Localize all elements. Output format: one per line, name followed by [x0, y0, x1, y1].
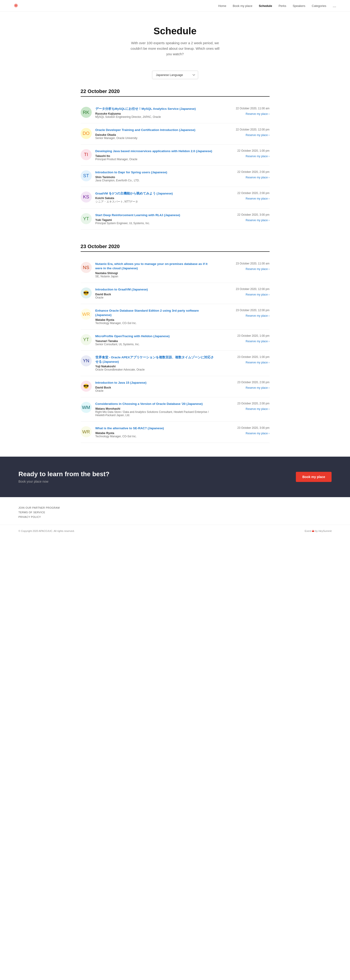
footer-links: JOIN OUR PARTNER PROGRAM TERMS OF SERVIC…: [0, 497, 350, 525]
reserve-place-link[interactable]: Reserve my place: [246, 176, 269, 179]
session-title-link[interactable]: Introduction to Java 15 (Japanese): [95, 381, 147, 384]
session-title: What is the alternative to SE-RAC? (Japa…: [95, 426, 215, 431]
session-title: Enhance Oracle Database Standard Edition…: [95, 309, 215, 317]
session-right: 22 October 2020, 1:00 pmReserve my place: [219, 149, 270, 158]
reserve-place-link[interactable]: Reserve my place: [246, 134, 269, 137]
reserve-place-link[interactable]: Reserve my place: [246, 219, 269, 222]
reserve-place-link[interactable]: Reserve my place: [246, 155, 269, 158]
nav-home[interactable]: Home: [218, 4, 226, 8]
session-card: NSNutanix Era, which allows you to manag…: [81, 257, 270, 283]
session-datetime: 23 October 2020, 11:00 am: [219, 262, 270, 265]
session-card: YN世界食堂 - Oracle APEXアプリケーションを複数言語、複数タイムゾ…: [81, 351, 270, 376]
speaker-name: Naotaka Shinogi: [95, 272, 215, 275]
session-right: 22 October 2020, 3:00 pmReserve my place: [219, 213, 270, 222]
session-card: WMConsiderations in Choosing a Version o…: [81, 397, 270, 422]
speaker-role: Oracle: [95, 296, 215, 299]
session-datetime: 22 October 2020, 11:00 am: [219, 107, 270, 110]
session-right: 22 October 2020, 11:00 amReserve my plac…: [219, 107, 270, 116]
session-title-link[interactable]: GraalVM を3つの主機能から眺めてみよう (Japanese): [95, 192, 173, 195]
footer-privacy-link[interactable]: PRIVACY POLICY: [18, 515, 332, 518]
session-title-link[interactable]: Nutanix Era, which allows you to manage …: [95, 262, 208, 270]
reserve-place-link[interactable]: Reserve my place: [246, 112, 269, 116]
session-card: WRWhat is the alternative to SE-RAC? (Ja…: [81, 422, 270, 443]
session-title-link[interactable]: Oracle Developer Training and Certificat…: [95, 128, 195, 132]
speaker-name: Watabe Ryota: [95, 318, 215, 321]
session-right: 23 October 2020, 1:00 pmReserve my place: [219, 355, 270, 364]
session-card: YTStart Deep Reinforcement Learning with…: [81, 208, 270, 230]
speaker-role: Technology Manager, CO-Sol Inc.: [95, 321, 215, 325]
speaker-avatar: WR: [81, 309, 92, 320]
logo[interactable]: ❋: [14, 3, 19, 9]
footer-copyright: © Copyright 2020 APACOJUC. All rights re…: [18, 530, 75, 532]
session-title-link[interactable]: Developing Java based microservices appl…: [95, 150, 212, 153]
speaker-name: Daisuke Okada: [95, 133, 215, 137]
nav-perks[interactable]: Perks: [278, 4, 286, 8]
speaker-name: Wataru Morohashi: [95, 407, 215, 410]
session-card: TIDeveloping Java based microservices ap…: [81, 145, 270, 166]
session-datetime: 22 October 2020, 1:00 pm: [219, 149, 270, 152]
footer-partner-link[interactable]: JOIN OUR PARTNER PROGRAM: [18, 506, 332, 509]
session-right: 23 October 2020, 3:00 pmReserve my place: [219, 426, 270, 435]
footer-terms-link[interactable]: TERMS OF SERVICE: [18, 511, 332, 514]
session-info: Introduction to Dapr for Spring users (J…: [95, 170, 215, 182]
nav-more-button[interactable]: ...: [333, 3, 336, 8]
section-date-heading: 22 October 2020: [81, 88, 270, 97]
session-title-link[interactable]: Introduction to Dapr for Spring users (J…: [95, 170, 167, 174]
session-title-link[interactable]: データ分析もMySQLにお任せ！MySQL Analytics Service …: [95, 107, 196, 110]
language-filter[interactable]: Japanese Language English Language All L…: [152, 71, 198, 79]
session-datetime: 22 October 2020, 2:00 pm: [219, 191, 270, 195]
speaker-avatar: YT: [81, 213, 92, 224]
session-title-link[interactable]: What is the alternative to SE-RAC? (Japa…: [95, 426, 164, 430]
session-card: RKデータ分析もMySQLにお任せ！MySQL Analytics Servic…: [81, 102, 270, 123]
reserve-place-link[interactable]: Reserve my place: [246, 197, 269, 200]
cta-section: Ready to learn from the best? Book your …: [0, 457, 350, 497]
speaker-avatar: ST: [81, 170, 92, 181]
session-title-link[interactable]: 世界食堂 - Oracle APEXアプリケーションを複数言語、複数タイムゾーン…: [95, 356, 214, 363]
session-card: WREnhance Oracle Database Standard Editi…: [81, 304, 270, 329]
session-info: What is the alternative to SE-RAC? (Japa…: [95, 426, 215, 438]
session-title: Introduction to GraalVM (Japanese): [95, 288, 215, 292]
speaker-role: Right Mix Data Store / Data and Analytic…: [95, 410, 215, 417]
reserve-place-link[interactable]: Reserve my place: [246, 314, 269, 317]
session-card: KSGraalVM を3つの主機能から眺めてみよう (Japanese)Koic…: [81, 187, 270, 209]
session-card: DOOracle Developer Training and Certific…: [81, 123, 270, 145]
cta-book-button[interactable]: Book my place: [296, 472, 332, 482]
reserve-place-link[interactable]: Reserve my place: [246, 340, 269, 343]
speaker-role: Principal System Engineer, UL Systems, I…: [95, 222, 215, 225]
reserve-place-link[interactable]: Reserve my place: [246, 432, 269, 435]
reserve-place-link[interactable]: Reserve my place: [246, 407, 269, 410]
nav-schedule[interactable]: Schedule: [259, 4, 272, 8]
schedule-section: 23 October 2020NSNutanix Era, which allo…: [72, 243, 279, 457]
footer-brand-icon: 🏔: [312, 530, 314, 532]
speaker-role: Technology Manager, CO-Sol Inc.: [95, 435, 215, 438]
speaker-avatar: RK: [81, 107, 92, 118]
footer-event: Event 🏔 by HeySummit: [305, 530, 332, 532]
session-info: Nutanix Era, which allows you to manage …: [95, 262, 215, 278]
session-title-link[interactable]: MicroProfile OpenTracing with Helidon (J…: [95, 334, 170, 338]
session-datetime: 22 October 2020, 2:00 pm: [219, 170, 270, 173]
nav-speakers[interactable]: Speakers: [292, 4, 305, 8]
session-title: データ分析もMySQLにお任せ！MySQL Analytics Service …: [95, 107, 215, 111]
session-title: 世界食堂 - Oracle APEXアプリケーションを複数言語、複数タイムゾーン…: [95, 355, 215, 364]
session-title-link[interactable]: Enhance Oracle Database Standard Edition…: [95, 309, 199, 317]
session-card: 😎Introduction to Java 15 (Japanese)David…: [81, 376, 270, 397]
speaker-role: Oracle: [95, 389, 215, 392]
speaker-name: Ryusuke Kajiyama: [95, 112, 215, 115]
reserve-place-link[interactable]: Reserve my place: [246, 361, 269, 364]
session-title-link[interactable]: Start Deep Reinforcement Learning with R…: [95, 213, 180, 217]
speaker-avatar: WR: [81, 426, 92, 437]
nav-categories[interactable]: Categories: [312, 4, 326, 8]
session-title-link[interactable]: Introduction to GraalVM (Japanese): [95, 288, 148, 291]
navbar: ❋ Home Book my place Schedule Perks Spea…: [0, 0, 350, 12]
speaker-role: シニア・エキスパート, NTTデータ: [95, 200, 215, 204]
session-title-link[interactable]: Considerations in Choosing a Version of …: [95, 402, 203, 406]
filter-row: Japanese Language English Language All L…: [0, 64, 350, 88]
speaker-role: MySQL Solution Engineering Director, JAP…: [95, 115, 215, 119]
reserve-place-link[interactable]: Reserve my place: [246, 386, 269, 390]
page-title: Schedule: [5, 25, 345, 37]
speaker-avatar: DO: [81, 128, 92, 139]
reserve-place-link[interactable]: Reserve my place: [246, 267, 269, 270]
reserve-place-link[interactable]: Reserve my place: [246, 293, 269, 296]
nav-book[interactable]: Book my place: [233, 4, 252, 8]
footer-bottom: © Copyright 2020 APACOJUC. All rights re…: [0, 525, 350, 537]
